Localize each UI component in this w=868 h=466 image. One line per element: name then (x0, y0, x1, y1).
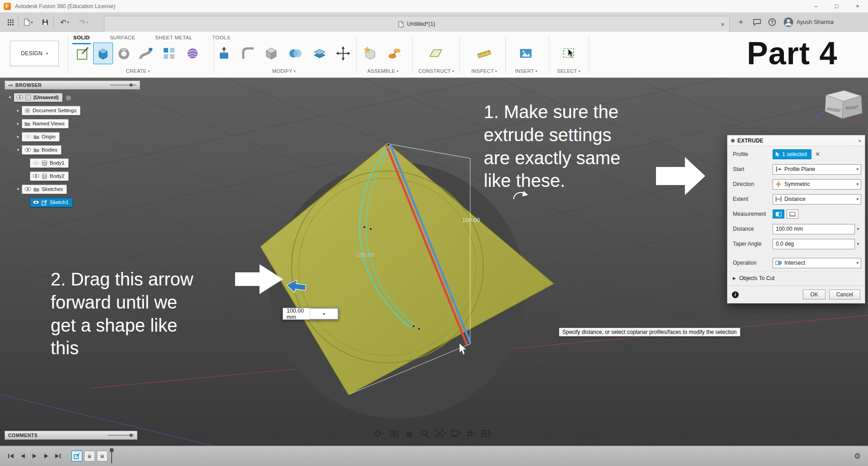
distance-input[interactable]: 100.00 mm (773, 224, 855, 234)
viewports-icon[interactable]: ▾ (479, 427, 493, 440)
browser-item-sketch1[interactable]: Sketch1 (5, 197, 140, 208)
maximize-button[interactable]: □ (826, 0, 847, 12)
sweep-tool[interactable] (136, 43, 156, 64)
help-icon[interactable]: ? (766, 13, 778, 32)
profile-selected-chip[interactable]: 1 selected (773, 149, 811, 159)
cancel-button[interactable]: Cancel (829, 290, 860, 300)
group-select[interactable]: SELECT▾ (557, 68, 580, 74)
browser-panel-header[interactable]: ◂◂ BROWSER (5, 81, 140, 90)
browser-item-named-views[interactable]: ▸ Named Views (5, 118, 140, 129)
play-button[interactable] (29, 450, 40, 462)
extrude-dialog-header[interactable]: EXTRUDE » (727, 135, 865, 146)
visibility-eye-icon[interactable] (33, 174, 39, 178)
expand-arrow-icon[interactable]: ▾ (6, 95, 14, 100)
skip-to-start-button[interactable] (5, 450, 16, 462)
dialog-expand-icon[interactable]: » (858, 138, 861, 144)
distance-input-floating[interactable]: 100.00 mm ▾ (283, 308, 339, 320)
direction-dropdown[interactable]: Symmetric ▾ (773, 179, 861, 190)
coil-tool[interactable] (183, 43, 203, 64)
expand-arrow-icon[interactable]: ▸ (14, 108, 22, 113)
extrude-tool[interactable] (93, 43, 113, 64)
extent-dropdown[interactable]: Distance ▾ (773, 194, 861, 204)
group-insert[interactable]: INSERT▾ (515, 68, 537, 74)
group-construct[interactable]: CONSTRUCT▾ (418, 68, 454, 74)
view-cube[interactable]: FRONT RIGHT z x (811, 89, 868, 127)
insert-canvas-tool[interactable] (516, 43, 536, 64)
new-component-tool[interactable] (360, 43, 380, 64)
distance-dropdown-icon[interactable]: ▾ (310, 308, 338, 319)
create-sketch-tool[interactable] (73, 43, 93, 64)
timeline-sketch-item[interactable] (71, 451, 82, 461)
user-avatar[interactable] (782, 13, 795, 32)
orbit-icon[interactable]: ▾ (372, 427, 386, 440)
grid-settings-icon[interactable]: ▾ (464, 427, 478, 440)
expand-arrow-icon[interactable]: ▸ (14, 134, 22, 139)
operation-dropdown[interactable]: Intersect ▾ (773, 258, 861, 268)
zoom-icon[interactable] (418, 427, 432, 440)
close-tab-icon[interactable]: × (721, 20, 725, 28)
taper-options-icon[interactable]: ▾ (855, 242, 861, 246)
press-pull-tool[interactable] (214, 43, 234, 64)
timeline-settings-icon[interactable]: ⚙ (854, 452, 861, 461)
clear-selection-icon[interactable]: × (816, 150, 820, 158)
comments-bubble-icon[interactable] (750, 13, 763, 32)
revolve-tool[interactable] (114, 43, 134, 64)
ok-button[interactable]: OK (803, 290, 825, 300)
taper-angle-input[interactable]: 0.0 deg (773, 239, 855, 249)
fit-icon[interactable]: ▾ (433, 427, 447, 440)
timeline-playhead[interactable] (111, 449, 112, 463)
group-inspect[interactable]: INSPECT▾ (471, 68, 497, 74)
save-icon[interactable] (40, 13, 51, 32)
visibility-eye-icon[interactable] (33, 161, 39, 165)
shell-tool[interactable] (261, 43, 281, 64)
browser-item-body1[interactable]: Body1 (5, 157, 140, 168)
document-tab[interactable]: Untitled*(1) × (104, 16, 730, 32)
pattern-tool[interactable] (159, 43, 179, 64)
visibility-eye-icon[interactable] (24, 134, 31, 139)
visibility-eye-icon[interactable] (33, 200, 39, 204)
info-icon[interactable]: i (732, 291, 739, 298)
visibility-eye-icon[interactable] (24, 147, 31, 152)
comments-opacity-slider[interactable] (108, 435, 134, 436)
move-copy-tool[interactable] (333, 43, 353, 64)
step-back-button[interactable] (17, 450, 28, 462)
app-grid-icon[interactable] (5, 13, 16, 32)
look-at-icon[interactable] (387, 427, 401, 440)
undo-icon[interactable]: ↶▾ (57, 13, 72, 32)
activate-component-icon[interactable]: ◎ (66, 94, 71, 101)
objects-to-cut-expander[interactable]: ▶ Objects To Cut (727, 271, 865, 285)
start-dropdown[interactable]: Profile Plane ▾ (773, 164, 861, 175)
browser-item-root[interactable]: ▾ (Unsaved) ◎ (5, 92, 140, 103)
minimize-button[interactable]: – (806, 0, 826, 12)
fillet-tool[interactable] (238, 43, 258, 64)
offset-face-tool[interactable] (310, 43, 330, 64)
measurement-half-button[interactable] (773, 209, 784, 219)
construct-plane-tool[interactable] (426, 43, 446, 64)
combine-tool[interactable] (285, 43, 305, 64)
group-modify[interactable]: MODIFY▾ (272, 68, 296, 74)
new-tab-button[interactable]: + (735, 13, 747, 32)
browser-item-document-settings[interactable]: ▸ Document Settings (5, 105, 140, 116)
expand-arrow-icon[interactable]: ▾ (14, 187, 22, 191)
user-name[interactable]: Ayush Sharma (797, 13, 846, 32)
pan-icon[interactable] (402, 427, 416, 440)
joint-tool[interactable] (385, 43, 405, 64)
expand-arrow-icon[interactable]: ▾ (14, 147, 22, 152)
collapse-browser-icon[interactable]: ◂◂ (8, 83, 13, 87)
browser-item-origin[interactable]: ▸ Origin (5, 131, 140, 142)
expand-arrow-icon[interactable]: ▸ (14, 121, 22, 126)
step-forward-button[interactable] (41, 450, 52, 462)
measure-tool[interactable] (474, 43, 494, 64)
display-settings-icon[interactable]: ▾ (448, 427, 462, 440)
close-button[interactable]: × (847, 0, 868, 12)
file-menu-icon[interactable]: ▾ (21, 13, 36, 32)
workspace-selector[interactable]: DESIGN▾ (10, 41, 59, 66)
browser-item-sketches[interactable]: ▾ Sketches (5, 184, 140, 195)
timeline-feature-item[interactable] (84, 451, 95, 461)
comments-panel-header[interactable]: COMMENTS (5, 431, 137, 440)
redo-icon[interactable]: ↷▾ (76, 13, 91, 32)
distance-value[interactable]: 100.00 mm (283, 308, 310, 320)
group-create[interactable]: CREATE▾ (126, 68, 150, 74)
distance-options-icon[interactable]: ▾ (855, 227, 861, 231)
visibility-eye-icon[interactable] (24, 187, 31, 191)
